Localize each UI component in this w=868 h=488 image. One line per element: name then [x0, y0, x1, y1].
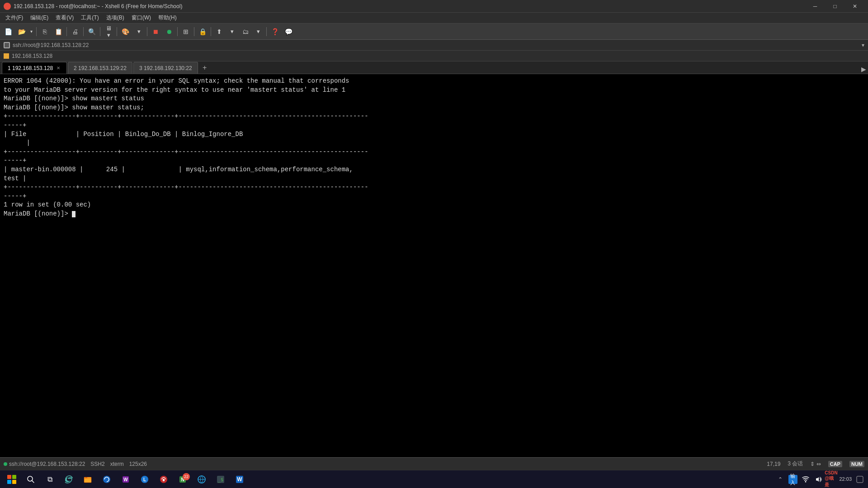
- terminal-line: | master-bin.000008 | 245 | | mysql,info…: [4, 165, 864, 174]
- transfer-button[interactable]: ⬆: [213, 26, 226, 38]
- terminal-line: | File | Position | Binlog_Do_DB | Binlo…: [4, 130, 864, 139]
- menu-help[interactable]: 帮助(H): [155, 13, 180, 23]
- window-controls: ─ □ ✕: [806, 1, 864, 11]
- menu-edit[interactable]: 编辑(E): [27, 13, 52, 23]
- terminal-line: -----+: [4, 156, 864, 165]
- tray-csdn[interactable]: CSDN @哦是: [826, 475, 835, 484]
- session-bar: 192.168.153.128: [0, 51, 868, 61]
- taskbar-unknown1-button[interactable]: W: [118, 472, 134, 487]
- tray-input-method[interactable]: 输入: [788, 475, 797, 484]
- taskbar-globe-button[interactable]: [193, 472, 210, 487]
- compose-button[interactable]: 🖥▾: [102, 26, 115, 38]
- close-button[interactable]: ✕: [845, 1, 864, 11]
- taskbar: ⧉ W L: [0, 470, 868, 488]
- svg-text:_$: _$: [218, 477, 223, 483]
- taskbar-taskview-button[interactable]: ⧉: [42, 472, 58, 487]
- split-button[interactable]: ⊞: [179, 26, 192, 38]
- tab-1[interactable]: 1 192.168.153.128 ✕: [2, 62, 67, 74]
- chat-button[interactable]: 💬: [282, 26, 295, 38]
- terminal-line: +------------------+----------+---------…: [4, 112, 864, 121]
- tab-add-button[interactable]: +: [200, 63, 210, 73]
- color-dropdown[interactable]: ▾: [132, 26, 145, 38]
- tabs-bar: 1 192.168.153.128 ✕ 2 192.168.153.129:22…: [0, 61, 868, 74]
- status-sessions: 3 会话: [788, 460, 803, 468]
- print-button[interactable]: 🖨: [69, 26, 81, 38]
- num-indicator: NUM: [849, 461, 864, 467]
- win-logo-red: [7, 475, 11, 479]
- sftp-group: 🗂 ▾: [239, 26, 264, 38]
- menu-window[interactable]: 窗口(W): [128, 13, 155, 23]
- transfer-dropdown[interactable]: ▾: [226, 26, 238, 38]
- taskbar-edge-button[interactable]: [61, 472, 77, 487]
- app-icon: [4, 3, 11, 10]
- tab-3-label: 3 192.168.192.130:22: [139, 65, 192, 71]
- tab-2[interactable]: 2 192.168.153.129:22: [68, 62, 132, 74]
- taskbar-word-button[interactable]: W: [231, 472, 248, 487]
- record-stop[interactable]: ⏹: [149, 26, 162, 38]
- color-button[interactable]: 🎨: [119, 26, 132, 38]
- terminal-line: to your MariaDB server version for the r…: [4, 86, 864, 95]
- taskbar-explorer-button[interactable]: [80, 472, 96, 487]
- terminal-line: -----+: [4, 121, 864, 130]
- system-tray: ⌃ 输入 CSDN @哦是 22: [776, 475, 864, 484]
- title-bar: 192.168.153.128 - root@localhost:~ - Xsh…: [0, 0, 868, 13]
- terminal-line: -----+: [4, 192, 864, 201]
- paste-button[interactable]: 📋: [52, 26, 65, 38]
- protocol-status: SSH2: [90, 461, 104, 467]
- taskbar-xshell-button[interactable]: _$: [212, 472, 229, 487]
- tray-volume[interactable]: [814, 475, 823, 484]
- sftp-dropdown[interactable]: ▾: [252, 26, 264, 38]
- input-method-label: 输入: [790, 473, 796, 486]
- start-button[interactable]: [4, 472, 20, 487]
- tray-network[interactable]: [801, 475, 810, 484]
- menu-view[interactable]: 查看(V): [52, 13, 77, 23]
- dimensions-status: 125x26: [129, 461, 147, 467]
- terminal-line: 1 row in set (0.00 sec): [4, 201, 864, 210]
- search-button[interactable]: 🔍: [85, 26, 98, 38]
- clock[interactable]: 22:03: [839, 476, 852, 482]
- taskbar-edge2-button[interactable]: [99, 472, 115, 487]
- open-dropdown[interactable]: ▾: [28, 26, 34, 38]
- terminal-area[interactable]: ERROR 1064 (42000): You have an error in…: [0, 74, 868, 457]
- window-title: 192.168.153.128 - root@localhost:~ - Xsh…: [14, 3, 806, 9]
- connection-address: ssh://root@192.168.153.128:22: [13, 42, 862, 48]
- terminal-status: xterm: [110, 461, 124, 467]
- help-button[interactable]: ❓: [269, 26, 281, 38]
- menu-file[interactable]: 文件(F): [2, 13, 27, 23]
- minimize-button[interactable]: ─: [806, 1, 825, 11]
- cap-indicator: CAP: [828, 461, 842, 467]
- status-dimensions: 125x26: [129, 461, 147, 467]
- taskbar-vpn-button[interactable]: [156, 472, 172, 487]
- taskbar-search-button[interactable]: [23, 472, 39, 487]
- copy-button[interactable]: ⎘: [38, 26, 51, 38]
- taskbar-notification-button[interactable]: N 22: [175, 472, 191, 487]
- tray-notification[interactable]: [855, 475, 864, 484]
- menu-tools[interactable]: 工具(T): [77, 13, 102, 23]
- tab-3[interactable]: 3 192.168.192.130:22: [133, 62, 198, 74]
- sftp-button[interactable]: 🗂: [239, 26, 252, 38]
- win-logo-blue: [7, 480, 11, 484]
- terminal-cursor: [72, 211, 75, 217]
- tab-1-label: 1 192.168.153.128: [8, 65, 53, 71]
- taskbar-lens-button[interactable]: L: [137, 472, 153, 487]
- new-session-button[interactable]: 📄: [2, 26, 14, 38]
- terminal-line: +------------------+----------+---------…: [4, 148, 864, 157]
- menu-options[interactable]: 选项(B): [103, 13, 128, 23]
- terminal-line: MariaDB [(none)]>: [4, 210, 864, 219]
- sep7: [177, 27, 178, 36]
- open-button[interactable]: 📂: [15, 26, 28, 38]
- status-terminal: xterm: [110, 461, 124, 467]
- menu-bar: 文件(F) 编辑(E) 查看(V) 工具(T) 选项(B) 窗口(W) 帮助(H…: [0, 13, 868, 23]
- terminal-line: MariaDB [(none)]> show mastert status: [4, 94, 864, 103]
- connection-dropdown[interactable]: ▾: [862, 42, 864, 48]
- tab-scroll-right[interactable]: ▶: [861, 66, 866, 73]
- tray-expand[interactable]: ⌃: [776, 475, 785, 484]
- win-logo-yellow: [12, 480, 16, 484]
- lock-button[interactable]: 🔒: [196, 26, 209, 38]
- tab-1-close[interactable]: ✕: [56, 65, 61, 71]
- status-arrows: ⇕ ⇔: [810, 461, 821, 467]
- svg-point-17: [805, 481, 807, 482]
- record-button[interactable]: ⏺: [163, 26, 175, 38]
- maximize-button[interactable]: □: [826, 1, 844, 11]
- session-group: ⬆ ▾: [213, 26, 238, 38]
